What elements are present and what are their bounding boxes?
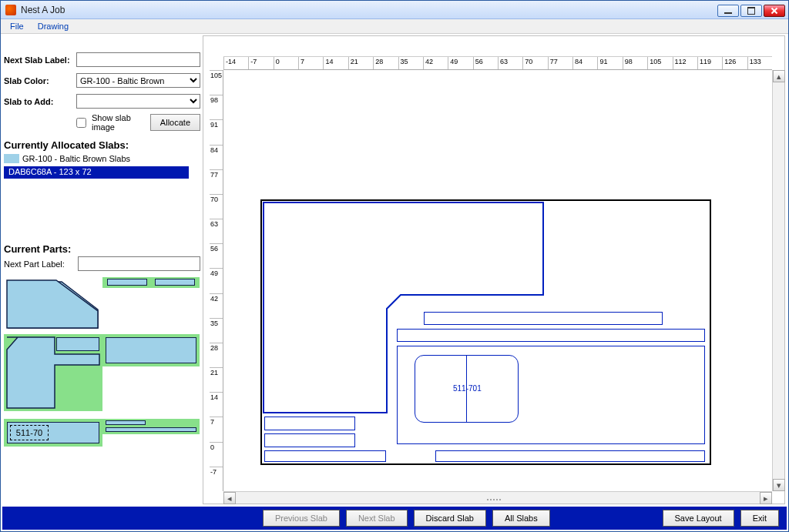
nested-piece[interactable] xyxy=(264,433,355,447)
slab-color-select[interactable]: GR-100 - Baltic Brown xyxy=(76,73,200,88)
vertical-ruler: 1059891847770635649423528211470-7 xyxy=(210,70,223,491)
sidebar: Next Slab Label: Slab Color: GR-100 - Ba… xyxy=(4,49,200,505)
menu-file[interactable]: File xyxy=(4,20,30,32)
slab-to-add-select[interactable] xyxy=(76,94,200,109)
save-layout-button[interactable]: Save Layout xyxy=(663,510,734,527)
discard-slab-button[interactable]: Discard Slab xyxy=(414,510,486,527)
part-thumb[interactable] xyxy=(106,337,196,363)
next-slab-label: Next Slab Label: xyxy=(4,55,72,65)
show-slab-image-check[interactable]: Show slab image xyxy=(73,113,143,132)
part-thumb[interactable] xyxy=(155,279,195,286)
part-thumb[interactable] xyxy=(106,427,196,432)
nested-piece[interactable] xyxy=(424,312,663,325)
previous-slab-button[interactable]: Previous Slab xyxy=(263,510,340,527)
slab-entry-selected[interactable]: DAB6C68A - 123 x 72 xyxy=(4,166,189,179)
svg-marker-51 xyxy=(7,280,98,328)
maximize-button[interactable] xyxy=(740,5,762,17)
next-part-label: Next Part Label: xyxy=(4,259,73,269)
color-swatch-icon xyxy=(4,154,19,163)
current-parts-header: Current Parts: xyxy=(4,243,200,255)
allocated-slabs-header: Currently Allocated Slabs: xyxy=(4,139,200,151)
design-surface[interactable]: 511-701 xyxy=(223,70,772,491)
nested-piece[interactable] xyxy=(264,417,355,430)
slab-to-add-label: Slab to Add: xyxy=(4,97,72,106)
show-slab-image-checkbox[interactable] xyxy=(76,118,86,128)
next-slab-button[interactable]: Next Slab xyxy=(346,510,408,527)
horizontal-ruler: -14-707142128354249566370778491981051121… xyxy=(223,56,772,70)
design-canvas: -14-707142128354249566370778491981051121… xyxy=(203,35,785,504)
scroll-left-icon[interactable]: ◂ xyxy=(223,492,236,504)
part-thumb[interactable] xyxy=(56,337,99,351)
slab-color-label: Slab Color: xyxy=(4,76,72,85)
piece-label: 511-701 xyxy=(453,384,482,393)
next-part-input[interactable] xyxy=(78,256,200,271)
scroll-down-icon[interactable]: ▾ xyxy=(773,479,785,491)
close-button[interactable] xyxy=(764,5,785,17)
next-slab-input[interactable] xyxy=(76,52,200,67)
scroll-right-icon[interactable]: ▸ xyxy=(760,492,772,504)
vertical-scrollbar[interactable]: ▴ ▾ xyxy=(772,70,784,491)
part-label: 511-70 xyxy=(10,425,49,440)
slab-group[interactable]: GR-100 - Baltic Brown Slabs xyxy=(4,152,200,165)
exit-button[interactable]: Exit xyxy=(740,510,779,527)
menubar: File Drawing xyxy=(1,19,788,34)
bottom-bar: Previous Slab Next Slab Discard Slab All… xyxy=(2,507,787,530)
nested-piece[interactable] xyxy=(264,450,386,462)
scroll-up-icon[interactable]: ▴ xyxy=(773,70,785,82)
menu-drawing[interactable]: Drawing xyxy=(32,20,75,32)
nested-piece[interactable] xyxy=(397,329,705,342)
titlebar: Nest A Job xyxy=(1,1,788,19)
nested-piece[interactable] xyxy=(435,450,705,462)
part-thumb[interactable] xyxy=(106,420,146,425)
minimize-button[interactable] xyxy=(717,5,739,17)
parts-palette: 511-70 xyxy=(4,277,200,447)
allocate-button[interactable]: Allocate xyxy=(150,114,200,131)
all-slabs-button[interactable]: All Slabs xyxy=(492,510,550,527)
window-title: Nest A Job xyxy=(21,5,65,15)
app-icon xyxy=(5,5,16,15)
part-thumb[interactable] xyxy=(107,279,147,286)
splitter-grip[interactable] xyxy=(482,499,505,503)
